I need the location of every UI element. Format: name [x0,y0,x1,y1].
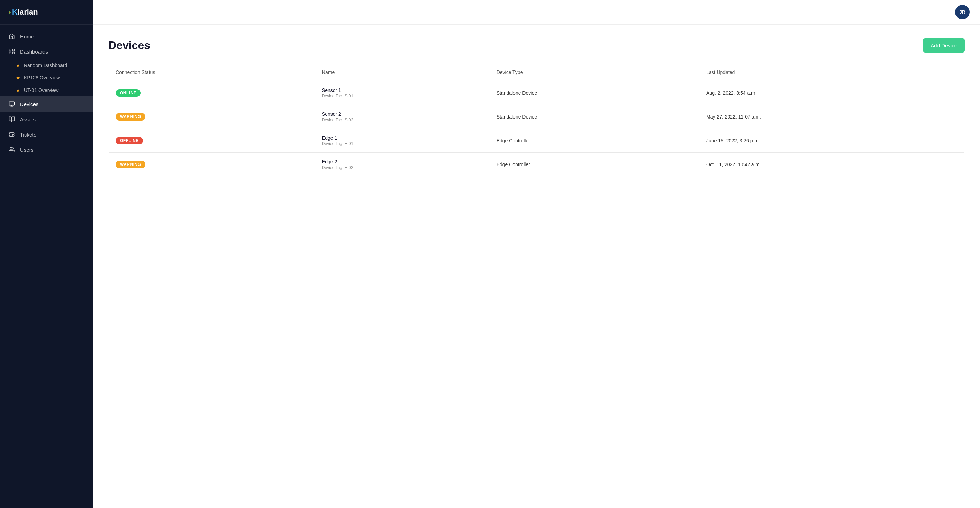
sidebar-item-devices[interactable]: Devices [0,96,93,112]
sidebar-item-devices-label: Devices [20,101,38,107]
cell-last-updated-1: May 27, 2022, 11:07 a.m. [699,105,964,129]
svg-rect-3 [10,52,11,54]
cell-device-type-1: Standalone Device [490,105,699,129]
devices-table: Connection Status Name Device Type Last … [108,64,965,177]
tickets-icon [8,131,15,138]
table-header-row: Connection Status Name Device Type Last … [109,64,965,81]
cell-status-3: WARNING [109,153,315,177]
cell-name-2: Edge 1 Device Tag: E-01 [315,129,490,153]
svg-rect-4 [10,102,14,105]
sidebar-item-kp128-overview[interactable]: ★ KP128 Overview [0,72,93,84]
cell-name-3: Edge 2 Device Tag: E-02 [315,153,490,177]
cell-status-2: OFFLINE [109,129,315,153]
assets-icon [8,116,15,123]
star-icon-random: ★ [16,62,21,68]
add-device-button[interactable]: Add Device [923,38,965,53]
user-avatar[interactable]: JR [955,5,970,19]
cell-name-1: Sensor 2 Device Tag: S-02 [315,105,490,129]
page-content: Devices Add Device Connection Status Nam… [93,24,980,508]
sidebar: › › › Klarian Home [0,0,93,508]
svg-rect-0 [10,49,11,51]
sidebar-item-random-dashboard[interactable]: ★ Random Dashboard [0,59,93,72]
table-body: ONLINE Sensor 1 Device Tag: S-01 Standal… [109,81,965,177]
sidebar-item-ut01-overview[interactable]: ★ UT-01 Overview [0,84,93,96]
status-badge-2: OFFLINE [116,137,143,144]
dashboards-icon [8,48,15,55]
devices-icon [8,101,15,107]
random-dashboard-label: Random Dashboard [24,62,67,68]
star-icon-kp128: ★ [16,75,21,80]
cell-last-updated-2: June 15, 2022, 3:26 p.m. [699,129,964,153]
table-row[interactable]: WARNING Edge 2 Device Tag: E-02 Edge Con… [109,153,965,177]
sidebar-item-home[interactable]: Home [0,29,93,44]
sidebar-item-users[interactable]: Users [0,142,93,157]
svg-rect-1 [13,49,14,51]
table-row[interactable]: ONLINE Sensor 1 Device Tag: S-01 Standal… [109,81,965,105]
sidebar-item-assets[interactable]: Assets [0,112,93,127]
topbar: JR [93,0,980,24]
logo-text: Klarian [12,8,38,17]
col-device-type: Device Type [490,64,699,81]
device-tag-2: Device Tag: E-01 [322,141,483,146]
sidebar-item-assets-label: Assets [20,117,35,122]
device-tag-3: Device Tag: E-02 [322,165,483,170]
device-name-1: Sensor 2 [322,111,483,117]
cell-status-1: WARNING [109,105,315,129]
col-last-updated: Last Updated [699,64,964,81]
table-row[interactable]: WARNING Sensor 2 Device Tag: S-02 Standa… [109,105,965,129]
star-icon-ut01: ★ [16,88,21,93]
ut01-overview-label: UT-01 Overview [24,88,58,93]
table-row[interactable]: OFFLINE Edge 1 Device Tag: E-01 Edge Con… [109,129,965,153]
device-tag-0: Device Tag: S-01 [322,94,483,99]
device-tag-1: Device Tag: S-02 [322,118,483,122]
chevron-green-icon: › [9,8,11,17]
cell-last-updated-3: Oct. 11, 2022, 10:42 a.m. [699,153,964,177]
cell-status-0: ONLINE [109,81,315,105]
sidebar-navigation: Home Dashboards ★ Random Dashboard ★ KP1… [0,24,93,508]
svg-rect-2 [13,52,14,54]
cell-device-type-3: Edge Controller [490,153,699,177]
logo-chevrons: › › › [8,8,11,17]
device-name-2: Edge 1 [322,135,483,141]
svg-point-5 [10,147,12,149]
logo-area: › › › Klarian [0,0,93,24]
sidebar-item-tickets-label: Tickets [20,132,36,137]
sidebar-item-dashboards-label: Dashboards [20,49,48,54]
cell-last-updated-0: Aug. 2, 2022, 8:54 a.m. [699,81,964,105]
status-badge-3: WARNING [116,161,145,168]
main-content: JR Devices Add Device Connection Status … [93,0,980,508]
page-header: Devices Add Device [108,38,965,53]
sidebar-item-tickets[interactable]: Tickets [0,127,93,142]
device-name-0: Sensor 1 [322,88,483,93]
status-badge-0: ONLINE [116,89,140,97]
sidebar-item-users-label: Users [20,147,33,153]
col-connection-status: Connection Status [109,64,315,81]
users-icon [8,146,15,153]
status-badge-1: WARNING [116,113,145,121]
app-logo: › › › Klarian [8,8,38,17]
cell-device-type-2: Edge Controller [490,129,699,153]
home-icon [8,33,15,40]
logo-k: K [12,8,18,16]
cell-device-type-0: Standalone Device [490,81,699,105]
col-name: Name [315,64,490,81]
sidebar-item-dashboards[interactable]: Dashboards [0,44,93,59]
table-header: Connection Status Name Device Type Last … [109,64,965,81]
cell-name-0: Sensor 1 Device Tag: S-01 [315,81,490,105]
kp128-overview-label: KP128 Overview [24,75,60,80]
device-name-3: Edge 2 [322,159,483,165]
page-title: Devices [108,39,150,52]
sidebar-item-home-label: Home [20,34,34,39]
